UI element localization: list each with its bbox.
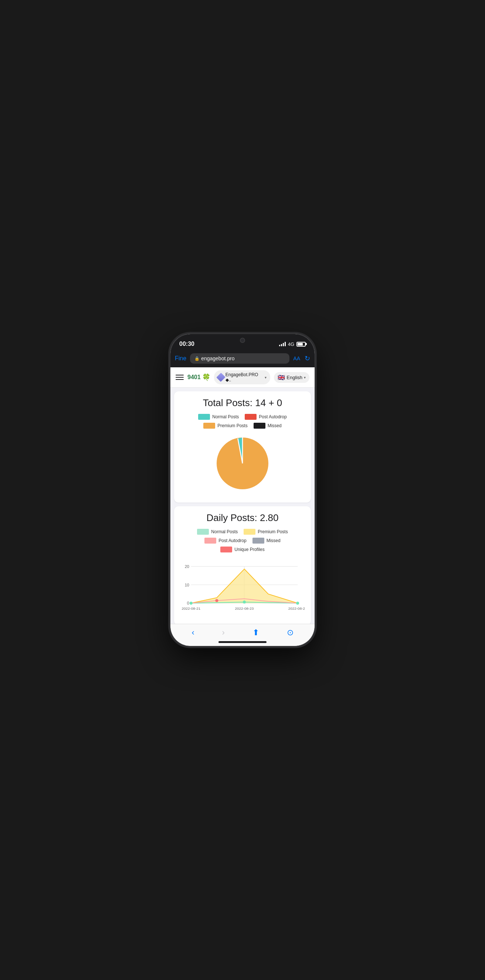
network-label: 4G (288, 342, 294, 347)
legend-daily-missed-color (252, 538, 264, 544)
legend-normal-posts: Normal Posts (198, 414, 239, 420)
legend-daily-normal: Normal Posts (197, 529, 238, 535)
logo-diamond-icon (216, 373, 225, 382)
nav-share-button[interactable]: ⬆ (252, 628, 259, 638)
legend-daily-autodrop-label: Post Autodrop (219, 538, 246, 543)
legend-daily-autodrop: Post Autodrop (204, 538, 246, 544)
daily-posts-title: Daily Posts: 2.80 (180, 512, 305, 523)
flag-icon: 🇬🇧 (278, 374, 285, 381)
legend-daily-unique-color (220, 547, 232, 552)
legend-daily-premium-color (244, 529, 255, 535)
legend-missed: Missed (254, 423, 282, 429)
svg-text:20: 20 (185, 564, 189, 569)
hamburger-menu-button[interactable] (175, 375, 184, 380)
daily-legend: Normal Posts Premium Posts Post Autodrop… (180, 529, 305, 552)
legend-premium: Premium Posts (203, 423, 247, 429)
content-area[interactable]: Total Posts: 14 + 0 Normal Posts Post Au… (171, 388, 314, 624)
legend-autodrop: Post Autodrop (245, 414, 287, 420)
total-posts-title: Total Posts: 14 + 0 (180, 397, 305, 409)
legend-premium-label: Premium Posts (217, 423, 247, 428)
phone-notch (215, 334, 270, 347)
phone-screen: 00:30 4G Fine 🔒 engagebot.pro AA ↻ (171, 334, 314, 646)
language-selector[interactable]: 🇬🇧 English ▾ (274, 372, 310, 383)
svg-text:2022-08-25: 2022-08-25 (288, 606, 305, 611)
legend-autodrop-label: Post Autodrop (259, 414, 287, 419)
battery-icon (297, 342, 306, 347)
svg-point-11 (190, 601, 193, 605)
legend-normal-label: Normal Posts (212, 414, 239, 419)
status-time: 00:30 (179, 341, 195, 347)
lock-icon: 🔒 (195, 356, 199, 361)
svg-text:2022-08-21: 2022-08-21 (182, 606, 200, 611)
legend-premium-color (203, 423, 215, 429)
svg-text:10: 10 (185, 583, 189, 587)
legend-daily-autodrop-color (204, 538, 216, 544)
daily-chart: 20 10 0 (180, 559, 305, 618)
nav-forward-button[interactable]: › (222, 628, 225, 638)
pie-chart (213, 434, 272, 493)
total-posts-card: Total Posts: 14 + 0 Normal Posts Post Au… (174, 391, 311, 503)
browser-actions: AA ↻ (293, 355, 310, 363)
legend-normal-color (198, 414, 210, 420)
legend-daily-premium-label: Premium Posts (258, 529, 287, 535)
browser-back-button[interactable]: Fine (175, 355, 186, 362)
coin-icon: 🍀 (202, 373, 211, 381)
legend-daily-missed: Missed (252, 538, 281, 544)
browser-url-bar[interactable]: 🔒 engagebot.pro (190, 353, 289, 364)
phone-frame: 00:30 4G Fine 🔒 engagebot.pro AA ↻ (171, 334, 314, 646)
svg-text:2022-08-23: 2022-08-23 (235, 606, 254, 611)
legend-daily-normal-label: Normal Posts (211, 529, 238, 535)
browser-bar: Fine 🔒 engagebot.pro AA ↻ (171, 350, 314, 368)
svg-text:0: 0 (187, 601, 189, 605)
nav-back-button[interactable]: ‹ (191, 628, 194, 638)
nav-compass-button[interactable]: ⊙ (287, 628, 294, 638)
status-icons: 4G (279, 342, 306, 347)
nav-bar: 9401 🍀 EngageBot.PRO ◆.. ▾ 🇬🇧 English ▾ (171, 368, 314, 388)
lang-chevron-icon: ▾ (304, 375, 306, 380)
legend-daily-unique-label: Unique Profiles (235, 547, 264, 552)
coins-display: 9401 🍀 (187, 373, 211, 381)
site-selector-dropdown[interactable]: EngageBot.PRO ◆.. ▾ (214, 370, 271, 384)
legend-missed-label: Missed (268, 423, 282, 428)
coins-value: 9401 (187, 374, 201, 380)
pie-chart-container (180, 434, 305, 493)
legend-missed-color (254, 423, 265, 429)
legend-autodrop-color (245, 414, 257, 420)
signal-bars-icon (279, 342, 286, 346)
browser-aa-button[interactable]: AA (293, 355, 300, 361)
bottom-nav: ‹ › ⬆ ⊙ (171, 624, 314, 640)
browser-url-text: engagebot.pro (201, 355, 235, 361)
total-posts-legend: Normal Posts Post Autodrop Premium Posts… (180, 414, 305, 429)
browser-refresh-button[interactable]: ↻ (305, 355, 310, 363)
legend-daily-normal-color (197, 529, 209, 535)
home-indicator (171, 640, 314, 646)
chevron-down-icon: ▾ (265, 375, 266, 380)
home-indicator-bar (219, 641, 266, 643)
language-label: English (287, 375, 302, 380)
legend-daily-unique: Unique Profiles (220, 547, 264, 552)
phone-camera (240, 338, 245, 343)
daily-posts-card: Daily Posts: 2.80 Normal Posts Premium P… (174, 506, 311, 624)
svg-point-12 (243, 600, 246, 603)
svg-point-13 (296, 601, 299, 605)
svg-point-14 (215, 599, 218, 602)
legend-daily-premium: Premium Posts (244, 529, 287, 535)
legend-daily-missed-label: Missed (266, 538, 281, 543)
site-selector-label: EngageBot.PRO ◆.. (225, 372, 263, 382)
